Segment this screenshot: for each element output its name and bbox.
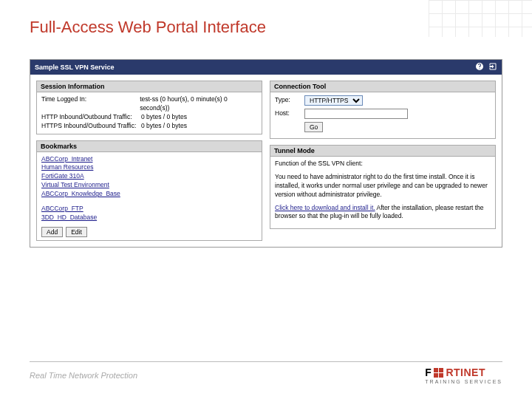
bookmark-link[interactable]: ABCCorp_FTP <box>41 205 257 214</box>
bookmark-web-list: ABCCorp_Intranet Human Resources FortiGa… <box>41 155 257 199</box>
connection-tool-header: Connection Tool <box>270 81 495 92</box>
type-label: Type: <box>275 96 304 105</box>
session-row: Time Logged In: test-ss (0 hour(s), 0 mi… <box>41 95 257 113</box>
bookmark-link[interactable]: Human Resources <box>41 163 257 172</box>
logo-text-1: F <box>425 366 432 378</box>
bookmarks-header: Bookmarks <box>37 141 262 152</box>
bookmark-link[interactable]: 3DD_HD_Database <box>41 214 257 222</box>
footer-tagline: Real Time Network Protection <box>30 371 137 380</box>
tunnel-mode-panel: Tunnel Mode Function of the SSL VPN clie… <box>270 145 496 229</box>
tunnel-install-line: Click here to download and install it. A… <box>275 204 491 222</box>
bookmarks-panel: Bookmarks ABCCorp_Intranet Human Resourc… <box>36 140 262 241</box>
fortinet-logo: F RTINET TRAINING SERVICES <box>425 366 502 384</box>
session-row: HTTPS Inbound/Outbound Traffic: 0 bytes … <box>41 122 257 131</box>
connection-type-select[interactable]: HTTP/HTTPS <box>304 95 363 106</box>
host-label: Host: <box>275 109 304 118</box>
session-label: Time Logged In: <box>41 95 140 113</box>
bookmark-link[interactable]: ABCCorp_Intranet <box>41 155 257 164</box>
session-value: 0 bytes / 0 bytes <box>141 113 187 122</box>
portal-service-name: Sample SSL VPN Service <box>35 64 114 71</box>
go-button[interactable]: Go <box>304 122 323 132</box>
bookmark-link[interactable]: Virtual Test Environment <box>41 181 257 190</box>
vpn-portal-window: Sample SSL VPN Service Session Informati… <box>30 59 502 248</box>
connection-tool-panel: Connection Tool Type: HTTP/HTTPS Host: <box>270 81 496 139</box>
logo-mark-icon <box>434 368 443 378</box>
logo-subtext: TRAINING SERVICES <box>425 379 502 384</box>
edit-bookmark-button[interactable]: Edit <box>66 227 87 237</box>
session-value: test-ss (0 hour(s), 0 minute(s) 0 second… <box>140 95 257 113</box>
portal-title-bar: Sample SSL VPN Service <box>30 60 502 75</box>
tunnel-download-link[interactable]: Click here to download and install it. <box>275 204 375 211</box>
tunnel-intro: Function of the SSL VPN client: <box>275 160 491 168</box>
bookmark-other-list: ABCCorp_FTP 3DD_HD_Database <box>41 205 257 222</box>
slide-footer: Real Time Network Protection F RTINET TR… <box>30 361 502 384</box>
bookmark-link[interactable]: FortiGate 310A <box>41 172 257 181</box>
tunnel-mode-header: Tunnel Mode <box>270 146 495 157</box>
bookmark-link[interactable]: ABCCorp_Knowledge_Base <box>41 190 257 199</box>
host-input[interactable] <box>304 109 408 119</box>
add-bookmark-button[interactable]: Add <box>41 227 63 237</box>
logout-icon[interactable] <box>488 62 497 72</box>
decorative-grid <box>429 0 532 37</box>
session-label: HTTP Inbound/Outbound Traffic: <box>41 113 141 122</box>
tunnel-description: You need to have administrator right to … <box>275 173 491 200</box>
help-icon[interactable] <box>475 62 484 72</box>
session-info-panel: Session Information Time Logged In: test… <box>36 81 262 134</box>
session-value: 0 bytes / 0 bytes <box>141 122 187 131</box>
session-info-header: Session Information <box>37 81 262 92</box>
session-label: HTTPS Inbound/Outbound Traffic: <box>41 122 141 131</box>
session-row: HTTP Inbound/Outbound Traffic: 0 bytes /… <box>41 113 257 122</box>
logo-text-2: RTINET <box>446 366 485 378</box>
